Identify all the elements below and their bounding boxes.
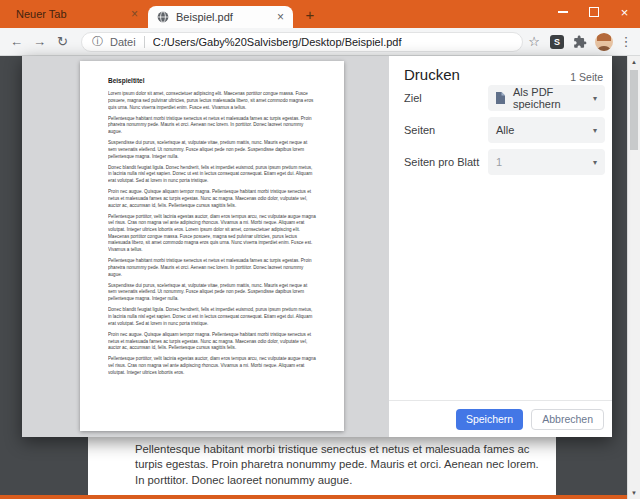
cancel-button[interactable]: Abbrechen	[531, 409, 604, 430]
profile-avatar[interactable]	[595, 33, 613, 51]
destination-dropdown[interactable]: Als PDF speichern ▾	[488, 85, 605, 111]
address-bar[interactable]: ⓘ Datei C:/Users/Gaby%20Salvisberg/Deskt…	[81, 32, 523, 52]
scrollbar-thumb[interactable]	[630, 70, 638, 150]
pages-per-sheet-dropdown[interactable]: 1 ▾	[488, 149, 605, 175]
page-count-label: 1 Seite	[570, 71, 603, 83]
url-separator	[144, 36, 145, 48]
document-body: Lorem ipsum dolor sit amet, consectetuer…	[108, 90, 316, 375]
chevron-down-icon: ▾	[593, 158, 597, 167]
chevron-down-icon: ▾	[593, 94, 597, 103]
document-title: Beispieltitel	[108, 76, 316, 85]
window-bottom-edge	[0, 495, 627, 499]
url-text: C:/Users/Gaby%20Salvisberg/Desktop/Beisp…	[153, 36, 402, 48]
pages-value: Alle	[496, 124, 514, 136]
print-preview-page: Beispieltitel Lorem ipsum dolor sit amet…	[80, 61, 344, 431]
scroll-up-icon[interactable]: ▲	[628, 56, 640, 68]
preview-paragraph: Pellentesque porttitor, velit lacinia eg…	[108, 213, 316, 253]
pdf-scrollbar[interactable]: ▲ ▼	[627, 56, 640, 499]
close-window-button[interactable]: ×	[609, 0, 640, 24]
pages-per-sheet-label: Seiten pro Blatt	[404, 156, 479, 168]
pages-per-sheet-value: 1	[496, 156, 502, 168]
tab-title: Beispiel.pdf	[176, 11, 233, 23]
preview-paragraph: Donec blandit feugiat ligula. Donec hend…	[108, 307, 316, 327]
maximize-button[interactable]	[578, 0, 609, 24]
destination-row: Ziel Als PDF speichern ▾	[404, 85, 605, 111]
scroll-down-icon[interactable]: ▼	[628, 487, 640, 499]
tab-title: Neuer Tab	[16, 8, 67, 20]
pages-label: Seiten	[404, 124, 435, 136]
preview-paragraph: Pellentesque habitant morbi tristique se…	[108, 258, 316, 278]
pdf-page-text: Pellentesque habitant morbi tristique se…	[88, 437, 556, 499]
tab-strip: Neuer Tab × Beispiel.pdf × + ×	[0, 0, 640, 28]
extensions-puzzle-icon[interactable]	[569, 35, 591, 49]
minimize-button[interactable]	[547, 0, 578, 24]
maximize-icon	[589, 7, 599, 17]
url-scheme-label: Datei	[110, 36, 136, 48]
preview-paragraph: Lorem ipsum dolor sit amet, consectetuer…	[108, 90, 316, 110]
pdf-globe-favicon-icon	[157, 11, 169, 23]
tab-close-icon[interactable]: ×	[131, 8, 138, 20]
pdf-viewer-background: Pellentesque habitant morbi tristique se…	[0, 56, 640, 499]
new-tab-button[interactable]: +	[301, 5, 319, 23]
print-dialog: Beispieltitel Lorem ipsum dolor sit amet…	[22, 56, 612, 437]
reload-button[interactable]: ↻	[51, 34, 74, 49]
pdf-page-behind-dialog: Pellentesque habitant morbi tristique se…	[88, 437, 556, 499]
forward-button[interactable]: →	[28, 34, 51, 49]
preview-paragraph: Proin nec augue. Quisque aliquam tempor …	[108, 331, 316, 351]
close-icon: ×	[621, 6, 629, 19]
browser-toolbar: ← → ↻ ⓘ Datei C:/Users/Gaby%20Salvisberg…	[0, 28, 640, 56]
browser-menu-button[interactable]: ⋮	[617, 34, 635, 49]
tab-beispiel-pdf[interactable]: Beispiel.pdf ×	[148, 6, 293, 28]
preview-paragraph: Pellentesque porttitor, velit lacinia eg…	[108, 356, 316, 376]
save-button[interactable]: Speichern	[456, 409, 523, 430]
print-preview-pane: Beispieltitel Lorem ipsum dolor sit amet…	[22, 56, 389, 437]
preview-paragraph: Proin nec augue. Quisque aliquam tempor …	[108, 188, 316, 208]
pdf-paragraph: Pellentesque habitant morbi tristique se…	[135, 442, 546, 488]
bookmark-star-icon[interactable]: ☆	[523, 34, 545, 49]
back-button[interactable]: ←	[5, 34, 28, 49]
destination-value: Als PDF speichern	[513, 86, 593, 110]
minimize-icon	[558, 11, 568, 13]
pages-row: Seiten Alle ▾	[404, 117, 605, 143]
window-controls: ×	[547, 0, 640, 28]
preview-paragraph: Pellentesque habitant morbi tristique se…	[108, 115, 316, 135]
browser-window: Neuer Tab × Beispiel.pdf × + × ← → ↻ ⓘ D…	[0, 0, 640, 499]
destination-label: Ziel	[404, 92, 422, 104]
print-settings-panel: Drucken 1 Seite Ziel Als PDF speichern ▾	[389, 56, 612, 437]
toolbar-actions: ☆ S ⋮	[523, 33, 640, 51]
pdf-document-icon	[496, 92, 505, 104]
page-info-icon[interactable]: ⓘ	[92, 34, 103, 49]
pages-dropdown[interactable]: Alle ▾	[488, 117, 605, 143]
pages-per-sheet-row: Seiten pro Blatt 1 ▾	[404, 149, 605, 175]
avatar-hair	[597, 33, 611, 41]
tab-close-icon[interactable]: ×	[277, 11, 284, 23]
chevron-down-icon: ▾	[593, 126, 597, 135]
tab-neuer-tab[interactable]: Neuer Tab ×	[8, 0, 146, 28]
dialog-title: Drucken	[404, 66, 460, 83]
preview-paragraph: Donec blandit feugiat ligula. Donec hend…	[108, 164, 316, 184]
extension-s-icon[interactable]: S	[550, 35, 564, 49]
preview-paragraph: Suspendisse dui purus, scelerisque at, v…	[108, 282, 316, 302]
dialog-footer: Speichern Abbrechen	[389, 400, 612, 437]
avatar-body	[598, 46, 610, 51]
preview-paragraph: Suspendisse dui purus, scelerisque at, v…	[108, 139, 316, 159]
preview-document: Beispieltitel Lorem ipsum dolor sit amet…	[80, 61, 344, 431]
